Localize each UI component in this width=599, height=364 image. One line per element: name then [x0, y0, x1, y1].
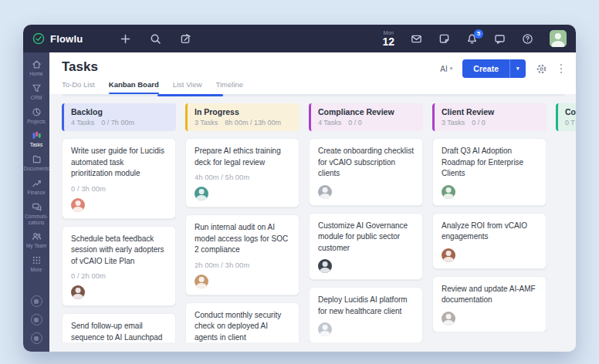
- tab-todo-list[interactable]: To-Do List: [62, 80, 95, 94]
- tab-list-view[interactable]: List View: [173, 80, 202, 94]
- flowlu-logo-text: Flowlu: [50, 33, 83, 45]
- task-card[interactable]: Review and update AI-AMF documentation: [432, 276, 547, 332]
- column-time-total: 0 / 0: [348, 119, 362, 126]
- column-time-total: 0 / 7h 00m: [101, 119, 134, 126]
- kebab-menu-icon[interactable]: [557, 62, 566, 76]
- task-time: 0 / 3h 00m: [71, 184, 167, 193]
- assignee-avatar[interactable]: [442, 312, 455, 325]
- sidebar-label: Tasks: [30, 142, 43, 148]
- chat-icon[interactable]: [494, 33, 506, 45]
- column-time-total: 0 / 0: [472, 119, 486, 126]
- column-title: Compliance Review: [318, 107, 416, 116]
- task-title: Analyze ROI from vCAIO engagements: [442, 221, 537, 243]
- column-backlog: Backlog 4 Tasks 0 / 7h 00m Write user gu…: [62, 103, 176, 342]
- calendar-date[interactable]: Mon 12: [382, 30, 394, 47]
- sidebar-item-crm[interactable]: CRM: [23, 80, 49, 104]
- sidebar-item-finance[interactable]: Finance: [23, 175, 49, 199]
- sidebar-item-documents[interactable]: Documents: [23, 151, 49, 175]
- sidebar-item-tasks[interactable]: Tasks: [23, 127, 49, 151]
- column-time-total: 8h 00m / 13h 00m: [225, 119, 281, 126]
- assignee-avatar[interactable]: [442, 185, 455, 199]
- task-title: Conduct monthly security check on deploy…: [195, 310, 290, 343]
- task-card[interactable]: Conduct monthly security check on deploy…: [185, 302, 300, 343]
- flowlu-logo-icon: [32, 32, 45, 45]
- ai-dropdown[interactable]: AI ▾: [440, 65, 452, 73]
- column-title: Co: [565, 107, 576, 116]
- mail-icon[interactable]: [411, 33, 422, 45]
- column-header[interactable]: Compliance Review 4 Tasks 0 / 0: [309, 103, 423, 131]
- card-list: Prepare AI ethics training deck for lega…: [185, 138, 300, 342]
- notes-icon[interactable]: [438, 33, 450, 45]
- task-card[interactable]: Write user guide for Lucidis automated t…: [62, 138, 176, 219]
- task-card[interactable]: Run internal audit on AI model access lo…: [185, 214, 300, 295]
- task-card[interactable]: Create onboarding checklist for vCAIO su…: [309, 138, 423, 206]
- bottom-app-icon[interactable]: [31, 295, 42, 307]
- sidebar-item-my-team[interactable]: My Team: [23, 228, 49, 252]
- task-title: Deploy Lucidis AI platform for new healt…: [318, 295, 414, 317]
- team-icon: [32, 231, 42, 241]
- column-task-count: 4 Tasks: [318, 119, 341, 126]
- task-title: Write user guide for Lucidis automated t…: [71, 146, 167, 180]
- sidebar-item-communications[interactable]: Communi-cations: [23, 199, 49, 229]
- scrollbar-thumb[interactable]: [157, 94, 223, 96]
- sidebar-item-projects[interactable]: Projects: [23, 104, 49, 128]
- compose-icon[interactable]: [180, 33, 191, 45]
- create-split-button: Create ▾: [462, 59, 525, 78]
- column-meta: 4 Tasks 0 / 7h 00m: [71, 119, 169, 126]
- funnel-icon: [32, 83, 42, 93]
- tab-timeline[interactable]: Timeline: [216, 80, 244, 94]
- user-avatar[interactable]: [550, 30, 567, 47]
- board-horizontal-scrollbar[interactable]: [62, 94, 565, 96]
- task-card[interactable]: Schedule beta feedback session with earl…: [62, 226, 176, 307]
- column-completed-partial: Co 0 T: [556, 103, 576, 342]
- task-card[interactable]: Send follow-up email sequence to AI Laun…: [62, 313, 176, 342]
- sidebar-item-more[interactable]: More: [23, 252, 49, 276]
- assignee-avatar[interactable]: [318, 259, 332, 273]
- assignee-avatar[interactable]: [195, 275, 208, 288]
- sidebar-bottom-apps: [31, 295, 42, 352]
- create-dropdown-arrow[interactable]: ▾: [509, 59, 526, 78]
- assignee-avatar[interactable]: [71, 198, 85, 212]
- notifications[interactable]: 5: [466, 33, 478, 45]
- assignee-avatar[interactable]: [195, 187, 208, 201]
- assignee-avatar[interactable]: [318, 185, 332, 199]
- column-meta: 4 Tasks 0 / 0: [318, 119, 416, 126]
- tasks-kanban-icon: [32, 130, 42, 140]
- flowlu-logo[interactable]: Flowlu: [32, 32, 83, 45]
- kanban-board: Backlog 4 Tasks 0 / 7h 00m Write user gu…: [49, 96, 576, 352]
- column-task-count: 0 T: [565, 119, 575, 126]
- task-card[interactable]: Analyze ROI from vCAIO engagements: [432, 213, 547, 269]
- column-task-count: 3 Tasks: [442, 119, 465, 126]
- create-button[interactable]: Create: [462, 59, 509, 78]
- bottom-chat-icon[interactable]: [31, 332, 42, 344]
- help-icon[interactable]: [522, 33, 533, 45]
- ai-dropdown-label: AI: [440, 65, 447, 73]
- task-title: Run internal audit on AI model access lo…: [195, 222, 290, 256]
- assignee-avatar[interactable]: [442, 248, 455, 262]
- task-card[interactable]: Draft Q3 AI Adoption Roadmap for Enterpr…: [432, 138, 547, 206]
- notifications-badge: 5: [474, 29, 483, 39]
- column-header[interactable]: Co 0 T: [556, 103, 576, 131]
- task-card[interactable]: Deploy Lucidis AI platform for new healt…: [309, 287, 423, 342]
- column-header[interactable]: Backlog 4 Tasks 0 / 7h 00m: [62, 103, 176, 131]
- column-header[interactable]: In Progress 3 Tasks 8h 00m / 13h 00m: [185, 103, 300, 131]
- column-meta: 3 Tasks 0 / 0: [442, 119, 540, 126]
- main-area: Tasks To-Do List Kanban Board List View …: [49, 52, 576, 352]
- finance-chart-icon: [32, 178, 42, 188]
- bottom-gear-icon[interactable]: [31, 314, 42, 325]
- gear-icon[interactable]: [536, 63, 547, 75]
- task-card[interactable]: Prepare AI ethics training deck for lega…: [185, 138, 300, 207]
- tab-kanban-board[interactable]: Kanban Board: [109, 80, 159, 94]
- grid-more-icon: [32, 255, 42, 265]
- topbar-right-cluster: Mon 12 5: [382, 30, 567, 47]
- topbar-quick-actions: [120, 33, 191, 45]
- top-bar: Flowlu Mon 12: [23, 25, 576, 52]
- search-icon[interactable]: [150, 33, 161, 45]
- column-header[interactable]: Client Review 3 Tasks 0 / 0: [432, 103, 547, 131]
- task-card[interactable]: Customize AI Governance module for publi…: [309, 213, 423, 281]
- assignee-avatar[interactable]: [318, 322, 332, 336]
- sidebar-label: More: [31, 267, 42, 273]
- plus-icon[interactable]: [120, 33, 131, 45]
- assignee-avatar[interactable]: [71, 285, 85, 299]
- sidebar-item-home[interactable]: Home: [23, 56, 49, 80]
